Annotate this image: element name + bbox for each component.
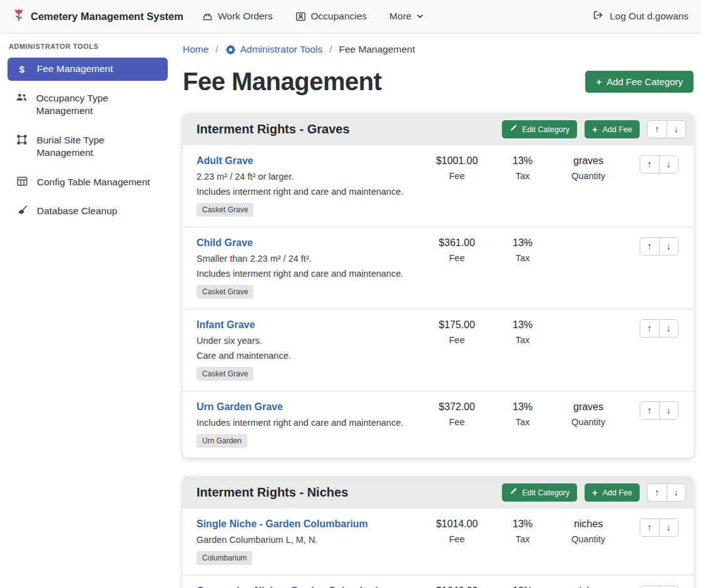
category-header: Interment Rights - Niches Edit Category … [183, 477, 693, 508]
sidebar-item-label: Database Cleanup [37, 205, 117, 217]
fee-amount-label: Fee [419, 417, 494, 427]
edit-category-button[interactable]: Edit Category [502, 120, 577, 138]
breadcrumb-separator: / [329, 44, 332, 55]
move-fee-down-button[interactable]: ↓ [659, 155, 679, 173]
nav-item-more[interactable]: More [389, 11, 424, 22]
breadcrumb: Home / Administrator Tools / Fee Managem… [183, 44, 693, 55]
fee-amount: $175.00 [419, 319, 494, 331]
fee-amount-column: $1646.00 Fee [419, 585, 494, 588]
move-fee-up-button[interactable]: ↑ [640, 585, 660, 588]
move-fee-down-button[interactable]: ↓ [659, 585, 679, 588]
fee-name-link[interactable]: Adult Grave [197, 155, 253, 167]
arrow-up-icon: ↑ [655, 487, 660, 497]
sidebar-item-occupancy-type-management[interactable]: Occupancy Type Management [8, 87, 168, 123]
category-title: Interment Rights - Graves [197, 122, 350, 137]
add-fee-category-label: Add Fee Category [606, 76, 683, 87]
add-fee-button[interactable]: + Add Fee [585, 483, 640, 502]
page-header: Fee Management + Add Fee Category [183, 68, 693, 96]
fee-tag-wrap: Casket Grave [197, 367, 414, 381]
move-category-down-button[interactable]: ↓ [667, 120, 687, 138]
fee-category-card: Interment Rights - Niches Edit Category … [183, 477, 693, 588]
move-category-down-button[interactable]: ↓ [667, 483, 687, 502]
fee-tax: 13% [494, 585, 551, 588]
arrow-up-icon: ↑ [647, 522, 652, 532]
breadcrumb-label: Home [183, 44, 208, 55]
arrow-down-icon: ↓ [667, 158, 672, 169]
move-category-up-button[interactable]: ↑ [647, 483, 667, 502]
add-fee-label: Add Fee [603, 488, 632, 497]
move-fee-down-button[interactable]: ↓ [659, 319, 679, 338]
breadcrumb-label: Administrator Tools [240, 44, 323, 55]
nav-item-occupancies[interactable]: Occupancies [295, 11, 367, 22]
fee-tax: 13% [494, 155, 551, 167]
fee-quantity-label: Quantity [551, 417, 626, 427]
fee-amount: $1001.00 [419, 155, 494, 167]
main-content: Home / Administrator Tools / Fee Managem… [175, 33, 701, 588]
fee-tag-wrap: Columbarium [197, 551, 414, 565]
fee-name-link[interactable]: Infant Grave [197, 319, 255, 331]
fee-descriptions: Smaller than 2.23 m² / 24 ft².Includes i… [197, 254, 414, 279]
move-fee-up-button[interactable]: ↑ [640, 319, 660, 338]
fee-name-link[interactable]: Companion Niche - Garden Columbarium [197, 585, 393, 588]
plus-icon: + [592, 125, 598, 134]
fee-amount-column: $361.00 Fee [419, 237, 494, 263]
broom-icon [15, 205, 29, 215]
fee-description: 2.23 m² / 24 ft² or larger. [197, 172, 414, 182]
fee-amount-label: Fee [419, 335, 494, 345]
fee-info: Single Niche - Garden Columbarium Garden… [197, 518, 419, 565]
fee-row: Child Grave Smaller than 2.23 m² / 24 ft… [183, 227, 693, 309]
move-fee-down-button[interactable]: ↓ [659, 237, 679, 255]
page-title: Fee Management [183, 68, 382, 96]
plus-icon: + [592, 488, 598, 497]
move-fee-up-button[interactable]: ↑ [640, 518, 660, 537]
arrow-up-icon: ↑ [647, 322, 652, 333]
sidebar-item-burial-site-type-management[interactable]: Burial Site Type Management [8, 129, 168, 165]
tulip-logo-icon [13, 7, 25, 26]
move-fee-up-button[interactable]: ↑ [640, 237, 660, 255]
move-fee-down-button[interactable]: ↓ [659, 401, 679, 420]
fee-name-link[interactable]: Urn Garden Grave [197, 401, 283, 413]
fee-category-card: Interment Rights - Graves Edit Category … [183, 113, 693, 458]
fee-descriptions: 2.23 m² / 24 ft² or larger.Includes inte… [197, 172, 414, 197]
move-fee-down-button[interactable]: ↓ [659, 518, 679, 537]
fee-row: Infant Grave Under six years.Care and ma… [183, 309, 693, 391]
fee-info: Urn Garden Grave Includes interment righ… [197, 401, 419, 448]
move-category-up-button[interactable]: ↑ [647, 120, 667, 138]
add-fee-label: Add Fee [603, 125, 632, 134]
fee-tax-column: 13% Tax [494, 585, 551, 588]
breadcrumb-admin-tools-link[interactable]: Administrator Tools [225, 44, 323, 55]
fee-tag-badge: Casket Grave [197, 203, 253, 217]
fee-name-link[interactable]: Child Grave [197, 237, 253, 249]
fee-row: Urn Garden Grave Includes interment righ… [183, 391, 693, 458]
fee-row: Single Niche - Garden Columbarium Garden… [183, 508, 693, 575]
sidebar-item-label: Fee Management [37, 63, 113, 75]
fee-tax-label: Tax [494, 417, 551, 427]
add-fee-button[interactable]: + Add Fee [585, 120, 640, 138]
fee-info: Child Grave Smaller than 2.23 m² / 24 ft… [197, 237, 419, 299]
sidebar: ADMINISTRATOR TOOLS $ Fee Management Occ… [0, 33, 175, 239]
nav-item-work-orders[interactable]: Work Orders [202, 11, 273, 22]
gear-icon [225, 44, 236, 55]
add-fee-category-button[interactable]: + Add Fee Category [585, 71, 693, 93]
fee-name-link[interactable]: Single Niche - Garden Columbarium [197, 518, 368, 530]
category-fee-list: Single Niche - Garden Columbarium Garden… [183, 508, 693, 588]
fee-amount: $1646.00 [419, 585, 494, 588]
fee-row: Companion Niche - Garden Columbarium Gar… [183, 575, 693, 588]
fee-tag-badge: Urn Garden [197, 434, 247, 448]
fee-description: Includes interment right and care and ma… [197, 187, 414, 197]
move-fee-up-button[interactable]: ↑ [640, 155, 660, 173]
move-fee-up-button[interactable]: ↑ [640, 401, 660, 420]
sidebar-item-fee-management[interactable]: $ Fee Management [8, 58, 168, 81]
sidebar-item-config-table-management[interactable]: Config Table Management [8, 171, 168, 193]
fee-amount-label: Fee [419, 171, 494, 181]
sidebar-item-database-cleanup[interactable]: Database Cleanup [8, 200, 168, 222]
breadcrumb-home-link[interactable]: Home [183, 44, 208, 55]
fee-quantity-label: Quantity [551, 534, 626, 544]
vector-frame-icon [15, 135, 28, 145]
fee-quantity-column: niches Quantity [551, 585, 626, 588]
app-title: Cemetery Management System [31, 11, 183, 23]
fee-reorder-group: ↑ ↓ [640, 518, 686, 537]
edit-category-button[interactable]: Edit Category [502, 483, 577, 502]
logout-button[interactable]: Log Out d.gowans [593, 10, 688, 23]
fee-amount-column: $175.00 Fee [419, 319, 494, 345]
